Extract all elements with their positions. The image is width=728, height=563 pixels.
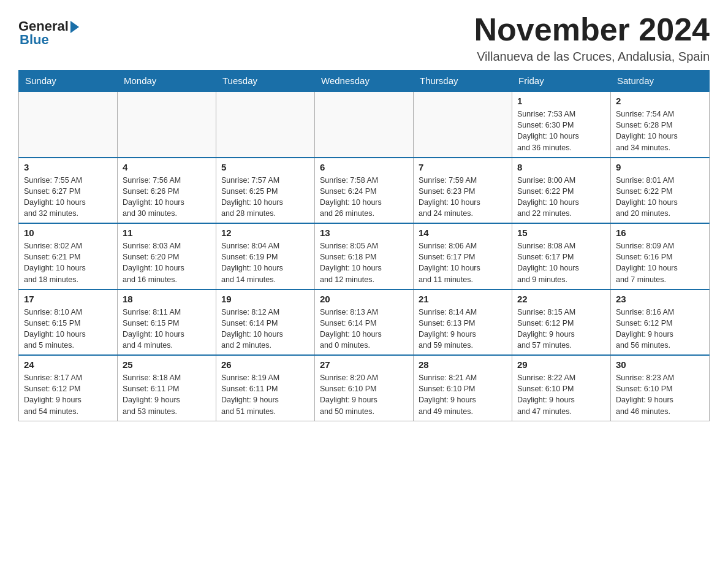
day-info: Sunrise: 8:22 AM Sunset: 6:10 PM Dayligh…: [517, 372, 605, 417]
day-number: 22: [517, 294, 605, 304]
day-number: 29: [517, 359, 605, 370]
day-info: Sunrise: 8:10 AM Sunset: 6:15 PM Dayligh…: [24, 307, 112, 351]
day-info: Sunrise: 8:17 AM Sunset: 6:12 PM Dayligh…: [24, 372, 112, 417]
day-number: 23: [616, 294, 704, 304]
calendar-cell: 16Sunrise: 8:09 AM Sunset: 6:16 PM Dayli…: [611, 223, 710, 289]
day-info: Sunrise: 8:03 AM Sunset: 6:20 PM Dayligh…: [123, 240, 211, 285]
calendar-cell: [414, 91, 512, 158]
day-info: Sunrise: 7:59 AM Sunset: 6:23 PM Dayligh…: [419, 175, 507, 220]
day-info: Sunrise: 7:53 AM Sunset: 6:30 PM Dayligh…: [517, 109, 605, 153]
calendar-cell: 17Sunrise: 8:10 AM Sunset: 6:15 PM Dayli…: [19, 289, 118, 356]
calendar-cell: 29Sunrise: 8:22 AM Sunset: 6:10 PM Dayli…: [512, 355, 611, 421]
day-info: Sunrise: 8:01 AM Sunset: 6:22 PM Dayligh…: [616, 175, 704, 220]
calendar-week-row: 24Sunrise: 8:17 AM Sunset: 6:12 PM Dayli…: [19, 355, 710, 421]
day-number: 20: [320, 294, 408, 304]
header: General Blue November 2024 Villanueva de…: [18, 12, 710, 64]
day-info: Sunrise: 8:14 AM Sunset: 6:13 PM Dayligh…: [419, 307, 507, 351]
day-number: 28: [419, 359, 507, 370]
day-number: 10: [24, 228, 112, 238]
day-info: Sunrise: 7:56 AM Sunset: 6:26 PM Dayligh…: [123, 175, 211, 220]
day-number: 1: [517, 96, 605, 106]
calendar-day-header: Saturday: [611, 71, 710, 92]
day-number: 11: [123, 228, 211, 238]
calendar-day-header: Tuesday: [216, 71, 315, 92]
calendar-cell: 10Sunrise: 8:02 AM Sunset: 6:21 PM Dayli…: [19, 223, 118, 289]
day-number: 15: [517, 228, 605, 238]
calendar-header-row: SundayMondayTuesdayWednesdayThursdayFrid…: [19, 71, 710, 92]
calendar-cell: 22Sunrise: 8:15 AM Sunset: 6:12 PM Dayli…: [512, 289, 611, 356]
day-info: Sunrise: 8:02 AM Sunset: 6:21 PM Dayligh…: [24, 240, 112, 285]
day-info: Sunrise: 7:54 AM Sunset: 6:28 PM Dayligh…: [616, 109, 704, 153]
day-number: 6: [320, 162, 408, 172]
calendar-cell: 30Sunrise: 8:23 AM Sunset: 6:10 PM Dayli…: [611, 355, 710, 421]
day-number: 14: [419, 228, 507, 238]
calendar-cell: [315, 91, 414, 158]
calendar-day-header: Thursday: [414, 71, 512, 92]
calendar-cell: 20Sunrise: 8:13 AM Sunset: 6:14 PM Dayli…: [315, 289, 414, 356]
calendar-cell: 6Sunrise: 7:58 AM Sunset: 6:24 PM Daylig…: [315, 158, 414, 224]
calendar-week-row: 1Sunrise: 7:53 AM Sunset: 6:30 PM Daylig…: [19, 91, 710, 158]
day-info: Sunrise: 7:55 AM Sunset: 6:27 PM Dayligh…: [24, 175, 112, 220]
calendar-cell: 18Sunrise: 8:11 AM Sunset: 6:15 PM Dayli…: [118, 289, 216, 356]
day-info: Sunrise: 7:58 AM Sunset: 6:24 PM Dayligh…: [320, 175, 408, 220]
calendar-day-header: Friday: [512, 71, 611, 92]
day-number: 19: [221, 294, 309, 304]
day-number: 26: [221, 359, 309, 370]
calendar-cell: 1Sunrise: 7:53 AM Sunset: 6:30 PM Daylig…: [512, 91, 611, 158]
calendar-cell: 4Sunrise: 7:56 AM Sunset: 6:26 PM Daylig…: [118, 158, 216, 224]
calendar-cell: 23Sunrise: 8:16 AM Sunset: 6:12 PM Dayli…: [611, 289, 710, 356]
calendar-cell: 12Sunrise: 8:04 AM Sunset: 6:19 PM Dayli…: [216, 223, 315, 289]
calendar-cell: [216, 91, 315, 158]
day-number: 8: [517, 162, 605, 172]
calendar-cell: 13Sunrise: 8:05 AM Sunset: 6:18 PM Dayli…: [315, 223, 414, 289]
calendar-cell: 7Sunrise: 7:59 AM Sunset: 6:23 PM Daylig…: [414, 158, 512, 224]
day-number: 4: [123, 162, 211, 172]
day-number: 9: [616, 162, 704, 172]
day-info: Sunrise: 8:13 AM Sunset: 6:14 PM Dayligh…: [320, 307, 408, 351]
calendar-cell: 3Sunrise: 7:55 AM Sunset: 6:27 PM Daylig…: [19, 158, 118, 224]
location-title: Villanueva de las Cruces, Andalusia, Spa…: [474, 50, 710, 64]
day-number: 12: [221, 228, 309, 238]
day-number: 3: [24, 162, 112, 172]
day-info: Sunrise: 8:08 AM Sunset: 6:17 PM Dayligh…: [517, 240, 605, 285]
day-number: 24: [24, 359, 112, 370]
day-info: Sunrise: 8:19 AM Sunset: 6:11 PM Dayligh…: [221, 372, 309, 417]
day-number: 27: [320, 359, 408, 370]
day-number: 16: [616, 228, 704, 238]
calendar-day-header: Monday: [118, 71, 216, 92]
calendar-cell: 27Sunrise: 8:20 AM Sunset: 6:10 PM Dayli…: [315, 355, 414, 421]
day-number: 30: [616, 359, 704, 370]
day-number: 13: [320, 228, 408, 238]
calendar-cell: 28Sunrise: 8:21 AM Sunset: 6:10 PM Dayli…: [414, 355, 512, 421]
day-info: Sunrise: 8:23 AM Sunset: 6:10 PM Dayligh…: [616, 372, 704, 417]
calendar-cell: 24Sunrise: 8:17 AM Sunset: 6:12 PM Dayli…: [19, 355, 118, 421]
calendar-cell: [19, 91, 118, 158]
day-info: Sunrise: 8:11 AM Sunset: 6:15 PM Dayligh…: [123, 307, 211, 351]
day-number: 7: [419, 162, 507, 172]
logo-blue-text: Blue: [20, 32, 79, 48]
calendar-cell: [118, 91, 216, 158]
calendar-day-header: Sunday: [19, 71, 118, 92]
day-info: Sunrise: 8:18 AM Sunset: 6:11 PM Dayligh…: [123, 372, 211, 417]
calendar-cell: 26Sunrise: 8:19 AM Sunset: 6:11 PM Dayli…: [216, 355, 315, 421]
day-info: Sunrise: 8:05 AM Sunset: 6:18 PM Dayligh…: [320, 240, 408, 285]
calendar-day-header: Wednesday: [315, 71, 414, 92]
calendar-cell: 5Sunrise: 7:57 AM Sunset: 6:25 PM Daylig…: [216, 158, 315, 224]
calendar-cell: 15Sunrise: 8:08 AM Sunset: 6:17 PM Dayli…: [512, 223, 611, 289]
day-info: Sunrise: 8:12 AM Sunset: 6:14 PM Dayligh…: [221, 307, 309, 351]
calendar-cell: 8Sunrise: 8:00 AM Sunset: 6:22 PM Daylig…: [512, 158, 611, 224]
day-info: Sunrise: 8:21 AM Sunset: 6:10 PM Dayligh…: [419, 372, 507, 417]
calendar-week-row: 10Sunrise: 8:02 AM Sunset: 6:21 PM Dayli…: [19, 223, 710, 289]
day-number: 21: [419, 294, 507, 304]
logo-triangle-icon: [70, 21, 79, 33]
calendar-week-row: 3Sunrise: 7:55 AM Sunset: 6:27 PM Daylig…: [19, 158, 710, 224]
day-info: Sunrise: 8:09 AM Sunset: 6:16 PM Dayligh…: [616, 240, 704, 285]
day-info: Sunrise: 8:15 AM Sunset: 6:12 PM Dayligh…: [517, 307, 605, 351]
calendar-cell: 9Sunrise: 8:01 AM Sunset: 6:22 PM Daylig…: [611, 158, 710, 224]
calendar-cell: 14Sunrise: 8:06 AM Sunset: 6:17 PM Dayli…: [414, 223, 512, 289]
day-info: Sunrise: 8:06 AM Sunset: 6:17 PM Dayligh…: [419, 240, 507, 285]
calendar-week-row: 17Sunrise: 8:10 AM Sunset: 6:15 PM Dayli…: [19, 289, 710, 356]
day-number: 2: [616, 96, 704, 106]
calendar-cell: 11Sunrise: 8:03 AM Sunset: 6:20 PM Dayli…: [118, 223, 216, 289]
calendar-cell: 25Sunrise: 8:18 AM Sunset: 6:11 PM Dayli…: [118, 355, 216, 421]
